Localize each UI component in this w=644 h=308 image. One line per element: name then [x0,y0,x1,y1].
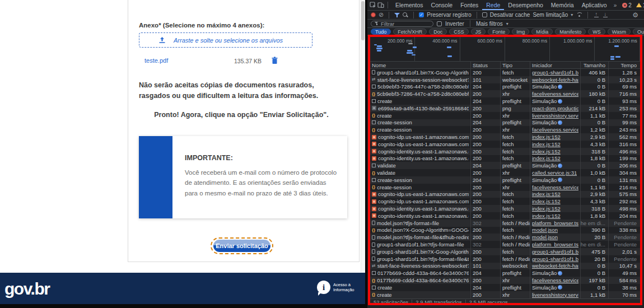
initiator-link[interactable]: called.service.js:31 [532,170,577,176]
initiator-link[interactable]: faceliveness.service.js:17 [532,91,578,97]
column-header-tipo[interactable]: Tipo [501,62,530,68]
tab-console[interactable]: Console [427,1,457,10]
initiator-link[interactable]: index.js:152 [532,148,561,155]
tab-desempenho[interactable]: Desempenho [504,1,547,10]
network-row[interactable]: cognito-identity.us-east-1.amazonaws.com… [370,155,640,162]
initiator-link[interactable]: livenesshistory.service.js:12 [532,113,578,119]
initiator-link[interactable]: index.js:152 [532,191,561,197]
network-row[interactable]: cognito-idp.us-east-1.amazonaws.com200fe… [370,198,640,205]
network-row[interactable]: create204preflightSimulação0 B93 ms [370,97,640,105]
initiator-link[interactable]: index.js:152 [532,134,561,140]
initiator-link[interactable]: faceliveness.service.js:17 [532,277,578,283]
initiator-link[interactable]: index.js:152 [532,155,561,161]
initiator-link[interactable]: index.js:152 [532,141,561,147]
access-info[interactable]: i Acesso à Informação [317,281,354,294]
invert-checkbox[interactable] [437,21,442,26]
network-row[interactable]: {}create-session200xhrfaceliveness.servi… [370,126,640,133]
initiator-link[interactable]: faceliveness.service.js:5 [532,127,578,133]
search-icon[interactable] [403,12,408,18]
network-row[interactable]: create-session204preflightSimulação0 B13… [370,176,640,184]
column-header-tamanho[interactable]: Tamanho [581,62,609,68]
initiator-link[interactable]: model.json [532,227,558,233]
network-row[interactable]: group1-shard1of1.bin?tfjs-format=file302… [370,241,640,248]
network-row[interactable]: ⇄start-face-liveness-session-websocket?X… [370,76,640,83]
chip-css[interactable]: CSS [449,29,469,35]
file-name-link[interactable]: teste.pdf [144,57,168,64]
chip-doc[interactable]: Doc [429,29,447,35]
initiator-link[interactable]: index.js:152 [532,213,561,219]
network-row[interactable]: 5cb9ebf3-7286-447c-a758-2d8c080ebff5204p… [370,83,640,91]
chip-wasm[interactable]: Wasm [608,29,631,35]
network-row[interactable]: 0177b669-cddd-433a-86c4-6e3400c76ce7204p… [370,269,640,277]
filter-funnel-icon[interactable] [394,12,400,18]
tab-aplicativo[interactable]: Aplicativo [578,1,611,10]
chip-fetch-xhr[interactable]: Fetch/XHR [393,29,427,35]
initiator-link[interactable]: index.js:152 [532,198,561,204]
column-header-iniciador[interactable]: Iniciador [530,62,581,68]
preserve-log-checkbox[interactable]: ✓ [419,12,424,17]
initiator-link[interactable]: livenesshistory.service.js:12 [532,292,578,298]
network-row[interactable]: {}5cb9ebf3-7286-447c-a758-2d8c080ebff520… [370,90,640,97]
initiator-link[interactable]: group1-shard1of1.bin [532,249,578,255]
page-scrollbar-thumb[interactable] [361,1,365,40]
govbr-logo[interactable]: gov.br [4,279,49,298]
column-header-status[interactable]: Status [471,62,501,68]
network-row[interactable]: {}model.json?X-Goog-Algorithm=GOOG4-RSA-… [370,227,640,234]
network-settings-gear-icon[interactable]: ⚙ [630,12,641,18]
initiator-link[interactable]: platform_browser.ts:33 [532,220,578,226]
more-filters-button[interactable]: Mais filtros [476,21,503,27]
warning-badge[interactable]: 1 [636,2,644,8]
network-row[interactable]: {}0177b669-cddd-433a-86c4-6e3400c76ce720… [370,277,640,284]
more-tabs-chevron[interactable]: » [612,2,619,8]
network-row[interactable]: cognito-idp.us-east-1.amazonaws.com200fe… [370,133,640,141]
chip-m-dia[interactable]: Mídia [531,29,553,35]
column-header-tempo[interactable]: Tempo [609,62,640,68]
chip-tudo[interactable]: Tudo [371,29,391,35]
initiator-link[interactable]: platform_browser.ts:33 [532,241,578,248]
page-scrollbar[interactable] [361,0,365,273]
network-row[interactable]: {}create200xhrlivenesshistory.service.js… [370,291,640,298]
network-row[interactable]: group1-shard1of1.bin?tfjs-format=file&tf… [370,255,640,263]
initiator-link[interactable]: model.json [532,234,558,240]
network-row[interactable]: cognito-idp.us-east-1.amazonaws.com200fe… [370,141,640,148]
submit-button[interactable]: Enviar solicitação [213,240,270,252]
initiator-link[interactable]: react-dom.production.min. [532,105,578,111]
disable-cache-checkbox[interactable] [482,12,487,17]
network-row[interactable]: group1-shard1of1.bin?X-Goog-Algorithm=GO… [370,248,640,255]
column-header-nome[interactable]: Nome [370,62,471,68]
initiator-link[interactable]: group1-shard1of1.bin [532,69,578,76]
initiator-link[interactable]: websocket-fetch-handler.js [532,263,578,269]
chip-ws[interactable]: WS [588,29,605,35]
clear-network-log-icon[interactable]: ⊘ [379,12,384,18]
tab-mem-ria[interactable]: Memória [547,1,578,10]
tab-fontes[interactable]: Fontes [456,1,482,10]
network-row[interactable]: group1-shard1of1.bin?X-Goog-Algorithm=GO… [370,69,640,76]
initiator-link[interactable]: faceliveness.service.js:5 [532,184,578,190]
network-conditions-icon[interactable] [576,12,582,17]
tab-elementos[interactable]: Elementos [391,1,427,10]
network-row[interactable]: {}create200xhrlivenesshistory.service.js… [370,112,640,119]
chip-manifesto[interactable]: Manifesto [555,29,586,35]
network-row[interactable]: model.json?tfjs-format=file&tfhub-redire… [370,234,640,241]
network-row[interactable]: ⇄start-face-liveness-session-websocket?X… [370,263,640,270]
network-row[interactable]: model.json?tfjs-format=file302fetch / Re… [370,220,640,227]
network-row[interactable]: cognito-identity.us-east-1.amazonaws.com… [370,205,640,212]
error-badge[interactable]: × 2 [622,2,632,8]
network-row[interactable]: cognito-identity.us-east-1.amazonaws.com… [370,212,640,220]
chip-outro[interactable]: Outro [633,29,644,35]
export-har-icon[interactable]: ↓ [602,12,608,18]
file-dropzone[interactable]: Arraste e solte ou selecione os arquivos [139,32,312,48]
tab-rede[interactable]: Rede [482,1,504,10]
filter-input[interactable]: Filtrar [371,21,433,27]
record-network-log-button[interactable] [371,12,376,17]
network-row[interactable]: cognito-idp.us-east-1.amazonaws.com200fe… [370,191,640,198]
network-row[interactable]: create-session204preflightSimulação0 B99… [370,119,640,127]
initiator-link[interactable]: index.js:152 [532,206,561,212]
network-row[interactable]: create204preflightSimulação0 B38 ms [370,284,640,291]
network-row[interactable]: cognito-identity.us-east-1.amazonaws.com… [370,148,640,155]
network-row[interactable]: {}create-session200xhrfaceliveness.servi… [370,184,640,191]
chip-img[interactable]: Img [512,29,529,35]
network-row[interactable]: e699a4a9-a4f6-4130-8eab-259186840c89_854… [370,105,640,112]
timeline-overview[interactable]: 200.000 ms400.000 ms600.000 ms800.000 ms… [370,37,640,62]
throttling-select[interactable]: Sem limitação [533,12,568,18]
